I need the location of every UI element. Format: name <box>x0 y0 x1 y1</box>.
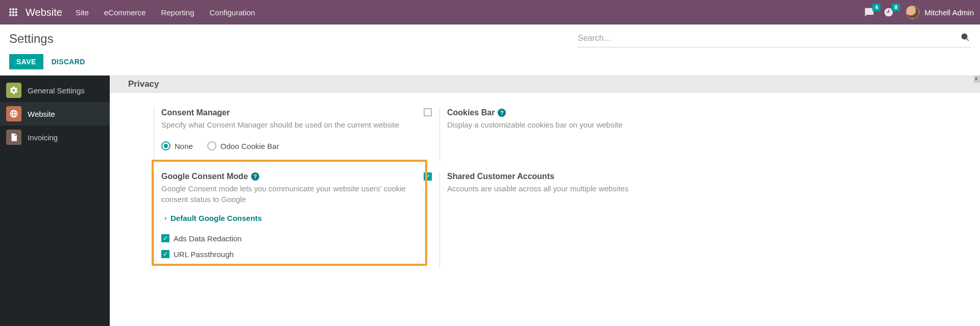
sidebar-item-label: Website <box>28 110 55 118</box>
consent-manager-title: Consent Manager <box>161 108 230 117</box>
actions-row: SAVE DISCARD <box>0 47 980 76</box>
messages-icon[interactable]: 4 <box>864 7 874 17</box>
google-consent-desc: Google Consent mode lets you communicate… <box>161 183 416 205</box>
google-consent-title: Google Consent Mode <box>161 172 248 181</box>
settings-sidebar: General Settings Website Invoicing <box>0 76 110 326</box>
svg-line-10 <box>966 38 969 41</box>
link-label: Default Google Consents <box>170 214 262 222</box>
svg-point-9 <box>962 34 967 39</box>
user-menu[interactable]: Mitchell Admin <box>906 6 974 19</box>
discard-button[interactable]: DISCARD <box>52 58 85 66</box>
shared-accounts-checkbox[interactable]: ✓ <box>424 172 432 181</box>
shared-accounts-title: Shared Customer Accounts <box>447 172 554 181</box>
app-brand[interactable]: Website <box>26 7 62 18</box>
setting-google-consent-mode: Google Consent Mode ? Google Consent mod… <box>154 171 439 269</box>
page-title: Settings <box>9 32 54 46</box>
svg-rect-2 <box>15 9 17 11</box>
search-icon[interactable] <box>961 33 970 43</box>
svg-rect-1 <box>12 9 14 11</box>
svg-rect-6 <box>10 14 12 16</box>
messages-badge: 4 <box>872 4 880 11</box>
radio-none[interactable]: None <box>161 141 193 151</box>
apps-icon[interactable] <box>6 5 20 19</box>
svg-rect-8 <box>15 14 17 16</box>
shared-accounts-desc: Accounts are usable across all your mult… <box>447 183 702 194</box>
username: Mitchell Admin <box>924 8 974 17</box>
sidebar-item-general-settings[interactable]: General Settings <box>0 79 110 102</box>
setting-title: Consent Manager <box>161 108 429 117</box>
topbar-right: 4 8 Mitchell Admin <box>864 6 974 19</box>
default-google-consents-link[interactable]: Default Google Consents <box>161 214 262 222</box>
activities-icon[interactable]: 8 <box>884 7 894 17</box>
checkbox-label: URL Passthrough <box>174 250 234 259</box>
scroll-up-indicator[interactable] <box>974 76 980 83</box>
settings-grid: Consent Manager Specify what Consent Man… <box>110 93 980 269</box>
radio-dot-icon <box>161 141 170 151</box>
help-icon[interactable]: ? <box>251 172 259 181</box>
setting-shared-customer-accounts: ✓ Shared Customer Accounts Accounts are … <box>439 171 725 269</box>
svg-rect-0 <box>10 9 12 11</box>
topbar: Website Site eCommerce Reporting Configu… <box>0 0 980 24</box>
save-button[interactable]: SAVE <box>9 54 43 69</box>
checkbox-label: Ads Data Redaction <box>174 234 241 243</box>
topmenu-item-ecommerce[interactable]: eCommerce <box>104 8 146 17</box>
radio-odoo-cookie-bar[interactable]: Odoo Cookie Bar <box>207 141 279 151</box>
radio-label: Odoo Cookie Bar <box>220 142 279 151</box>
sidebar-item-label: General Settings <box>28 86 85 95</box>
section-header-privacy: Privacy <box>110 76 980 93</box>
consent-manager-desc: Specify what Consent Manager should be u… <box>161 119 416 130</box>
cookies-bar-desc: Display a customizable cookies bar on yo… <box>447 119 702 130</box>
globe-icon <box>6 106 21 121</box>
topmenu-item-site[interactable]: Site <box>76 8 89 17</box>
body: General Settings Website Invoicing Priva… <box>0 76 980 326</box>
svg-rect-4 <box>12 11 14 13</box>
checkbox-icon: ✓ <box>161 250 169 258</box>
sidebar-item-invoicing[interactable]: Invoicing <box>0 126 110 149</box>
help-icon[interactable]: ? <box>498 109 506 117</box>
gear-icon <box>6 83 21 98</box>
cookies-bar-title: Cookies Bar <box>447 108 495 117</box>
search-wrap <box>577 31 971 47</box>
search-input[interactable] <box>577 31 971 47</box>
sidebar-item-website[interactable]: Website <box>0 102 110 126</box>
checkbox-icon: ✓ <box>161 234 169 242</box>
invoice-icon <box>6 130 21 145</box>
svg-rect-3 <box>10 11 12 13</box>
sidebar-item-label: Invoicing <box>28 133 58 142</box>
setting-consent-manager: Consent Manager Specify what Consent Man… <box>154 107 439 161</box>
topmenu-item-configuration[interactable]: Configuration <box>209 8 255 17</box>
consent-manager-radio-group: None Odoo Cookie Bar <box>161 141 429 151</box>
radio-dot-icon <box>207 141 216 151</box>
check-url-passthrough[interactable]: ✓ URL Passthrough <box>161 250 429 259</box>
cookies-bar-checkbox[interactable] <box>424 108 432 116</box>
avatar <box>906 6 919 19</box>
settings-content: Privacy Consent Manager Specify what Con… <box>110 76 980 326</box>
setting-cookies-bar: Cookies Bar ? Display a customizable coo… <box>439 107 725 161</box>
top-menu: Site eCommerce Reporting Configuration <box>76 8 255 17</box>
subheader: Settings <box>0 24 980 47</box>
svg-rect-5 <box>15 11 17 13</box>
check-ads-data-redaction[interactable]: ✓ Ads Data Redaction <box>161 234 429 243</box>
svg-rect-7 <box>12 14 14 16</box>
topmenu-item-reporting[interactable]: Reporting <box>161 8 194 17</box>
activities-badge: 8 <box>892 4 900 11</box>
radio-label: None <box>175 142 193 151</box>
